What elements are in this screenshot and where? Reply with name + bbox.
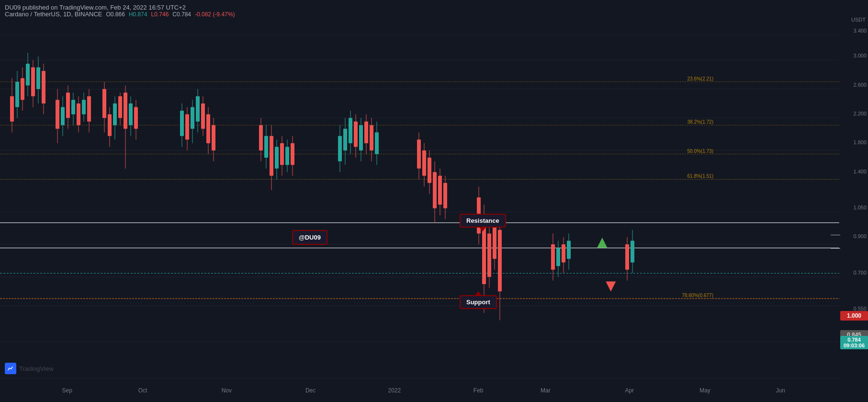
time-mar: Mar bbox=[541, 387, 551, 394]
tv-icon bbox=[5, 363, 16, 374]
svg-rect-112 bbox=[433, 172, 437, 208]
candles-2022 bbox=[338, 111, 379, 172]
svg-rect-50 bbox=[108, 115, 112, 136]
svg-rect-74 bbox=[212, 125, 215, 150]
price-1400: 1.400 bbox=[853, 169, 867, 174]
du09-annotation: @DU09 bbox=[292, 230, 327, 245]
svg-rect-96 bbox=[354, 122, 358, 147]
svg-text:38.2%(1.72): 38.2%(1.72) bbox=[688, 119, 713, 125]
time-axis: Sep Oct Nov Dec 2022 Feb Mar Apr May Jun bbox=[0, 378, 839, 402]
candles-aug bbox=[10, 53, 45, 132]
svg-rect-76 bbox=[259, 125, 263, 150]
currency-label: USDT bbox=[851, 17, 866, 23]
svg-rect-30 bbox=[36, 68, 40, 89]
tradingview-logo: TradingView bbox=[5, 363, 54, 374]
time-dec: Dec bbox=[305, 387, 316, 394]
open-label: O0.866 bbox=[106, 11, 125, 18]
svg-text:23.6%(2.21): 23.6%(2.21) bbox=[688, 76, 713, 81]
chart-container: DU09 published on TradingView.com, Feb 2… bbox=[0, 0, 868, 402]
support-annotation: Support bbox=[460, 295, 497, 309]
svg-rect-88 bbox=[291, 143, 294, 165]
chart-header: DU09 published on TradingView.com, Feb 2… bbox=[5, 4, 868, 11]
svg-rect-130 bbox=[556, 248, 560, 266]
time-jun: Jun bbox=[776, 387, 785, 394]
svg-rect-134 bbox=[567, 241, 571, 259]
svg-rect-62 bbox=[180, 111, 184, 136]
time-feb: Feb bbox=[473, 387, 484, 394]
svg-rect-138 bbox=[631, 241, 634, 262]
close-label: C0.784 bbox=[172, 11, 191, 18]
current-price-badge: 0.784 09:03:06 bbox=[840, 336, 868, 349]
svg-rect-104 bbox=[375, 132, 379, 154]
svg-rect-92 bbox=[343, 129, 347, 150]
svg-rect-70 bbox=[201, 103, 205, 129]
up-arrow-indicator: ▲ bbox=[594, 233, 611, 251]
pencil-line-0845 bbox=[831, 248, 840, 249]
svg-rect-114 bbox=[438, 176, 442, 205]
svg-rect-98 bbox=[359, 125, 363, 150]
svg-rect-26 bbox=[26, 64, 30, 85]
svg-rect-106 bbox=[417, 139, 421, 168]
svg-rect-82 bbox=[275, 147, 279, 168]
svg-text:50.0%(1.73): 50.0%(1.73) bbox=[688, 149, 713, 154]
svg-rect-58 bbox=[129, 103, 133, 125]
svg-rect-28 bbox=[31, 68, 35, 96]
svg-text:78.60%(0.677): 78.60%(0.677) bbox=[682, 293, 713, 298]
change-label: -0.082 (-9.47%) bbox=[195, 11, 235, 18]
price-chart: 23.6%(2.21) 38.2%(1.72) 50.0%(1.73) 61.8… bbox=[0, 17, 839, 378]
svg-rect-22 bbox=[15, 82, 19, 107]
svg-rect-20 bbox=[10, 96, 14, 122]
svg-rect-102 bbox=[370, 125, 373, 150]
time-nov: Nov bbox=[222, 387, 232, 394]
svg-rect-24 bbox=[21, 78, 24, 100]
price-3400: 3.400 bbox=[853, 28, 867, 34]
svg-rect-56 bbox=[124, 92, 127, 128]
svg-rect-86 bbox=[285, 147, 289, 165]
svg-rect-122 bbox=[487, 233, 491, 276]
price-0900: 0.900 bbox=[853, 233, 867, 239]
down-arrow-indicator: ▼ bbox=[602, 277, 620, 294]
svg-rect-128 bbox=[551, 244, 555, 270]
svg-rect-72 bbox=[206, 115, 210, 143]
time-may: May bbox=[699, 387, 710, 394]
price-0700: 0.700 bbox=[853, 270, 867, 276]
high-label: H0.874 bbox=[129, 11, 147, 18]
price-2200: 2.200 bbox=[853, 111, 867, 116]
svg-rect-64 bbox=[185, 115, 189, 140]
svg-rect-44 bbox=[82, 100, 86, 114]
svg-text:61.8%(1.51): 61.8%(1.51) bbox=[688, 173, 713, 179]
symbol-info: Cardano / TetherUS, 1D, BINANCE bbox=[5, 11, 102, 18]
svg-rect-48 bbox=[102, 89, 106, 118]
candles-may bbox=[625, 230, 634, 281]
svg-rect-100 bbox=[364, 122, 368, 143]
svg-rect-40 bbox=[71, 100, 75, 114]
svg-rect-84 bbox=[280, 143, 284, 165]
svg-rect-116 bbox=[443, 183, 447, 208]
candles-feb bbox=[417, 132, 447, 223]
svg-rect-34 bbox=[56, 100, 59, 128]
svg-rect-108 bbox=[422, 150, 426, 176]
tradingview-text: TradingView bbox=[19, 365, 54, 372]
svg-rect-32 bbox=[42, 71, 45, 103]
svg-rect-52 bbox=[113, 103, 117, 125]
svg-rect-68 bbox=[196, 96, 200, 122]
svg-rect-54 bbox=[118, 96, 122, 118]
price-3000: 3.000 bbox=[853, 53, 867, 58]
svg-rect-136 bbox=[625, 244, 629, 270]
svg-rect-80 bbox=[270, 136, 273, 176]
svg-rect-60 bbox=[134, 107, 138, 129]
pencil-line-1000 bbox=[831, 235, 840, 235]
price-axis: 3.400 3.000 2.600 2.200 1.800 1.400 1.05… bbox=[840, 17, 868, 378]
svg-rect-124 bbox=[493, 226, 496, 259]
svg-rect-90 bbox=[338, 136, 342, 161]
svg-rect-78 bbox=[264, 136, 268, 158]
price-1050: 1.050 bbox=[853, 205, 867, 210]
price-2600: 2.600 bbox=[853, 82, 867, 88]
svg-rect-110 bbox=[428, 158, 431, 183]
time-2022: 2022 bbox=[388, 387, 401, 394]
svg-rect-132 bbox=[562, 244, 565, 263]
published-info: DU09 published on TradingView.com, Feb 2… bbox=[5, 4, 186, 11]
svg-rect-42 bbox=[77, 103, 80, 125]
svg-rect-36 bbox=[61, 107, 65, 126]
resistance-annotation: Resistance bbox=[460, 214, 506, 228]
